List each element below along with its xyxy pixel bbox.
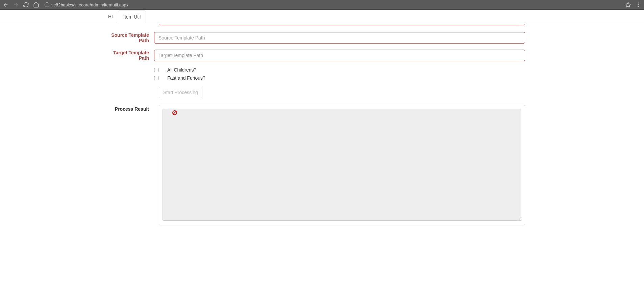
reload-button[interactable]	[23, 2, 29, 8]
home-button[interactable]	[33, 2, 39, 8]
target-template-input[interactable]	[154, 50, 525, 61]
browser-toolbar: i sc82basics/sitecore/admin/itemutil.asp…	[0, 0, 644, 9]
menu-dots-icon[interactable]	[635, 2, 641, 8]
all-children-checkbox[interactable]	[154, 68, 158, 72]
target-template-label: Target Template Path	[104, 50, 154, 61]
fast-furious-checkbox[interactable]	[154, 76, 158, 80]
forward-button	[13, 2, 19, 8]
address-bar[interactable]: i sc82basics/sitecore/admin/itemutil.asp…	[43, 2, 621, 7]
partial-input-cut-off	[159, 23, 525, 25]
tab-item-util[interactable]: Item Util	[118, 10, 146, 23]
process-result-label: Process Result	[104, 106, 154, 112]
svg-marker-0	[626, 2, 631, 7]
process-result-textarea	[163, 109, 521, 221]
start-processing-button[interactable]: Start Processing	[159, 87, 202, 98]
fast-furious-label: Fast and Furious?	[167, 75, 205, 81]
url-path: /sitecore/admin/itemutil.aspx	[73, 2, 128, 7]
tab-bar: HI Item Util	[0, 10, 644, 23]
url-host: sc82basics	[51, 2, 73, 7]
svg-point-2	[638, 4, 639, 5]
svg-point-1	[638, 2, 639, 3]
all-children-label: All Childrens?	[167, 67, 196, 73]
bookmark-star-icon[interactable]	[625, 2, 631, 8]
result-panel	[159, 105, 525, 225]
source-template-input[interactable]	[154, 32, 525, 44]
info-icon[interactable]: i	[45, 2, 49, 7]
back-button[interactable]	[3, 2, 9, 8]
svg-point-3	[638, 6, 639, 7]
tab-hi[interactable]: HI	[103, 10, 118, 23]
source-template-label: Source Template Path	[104, 32, 154, 43]
